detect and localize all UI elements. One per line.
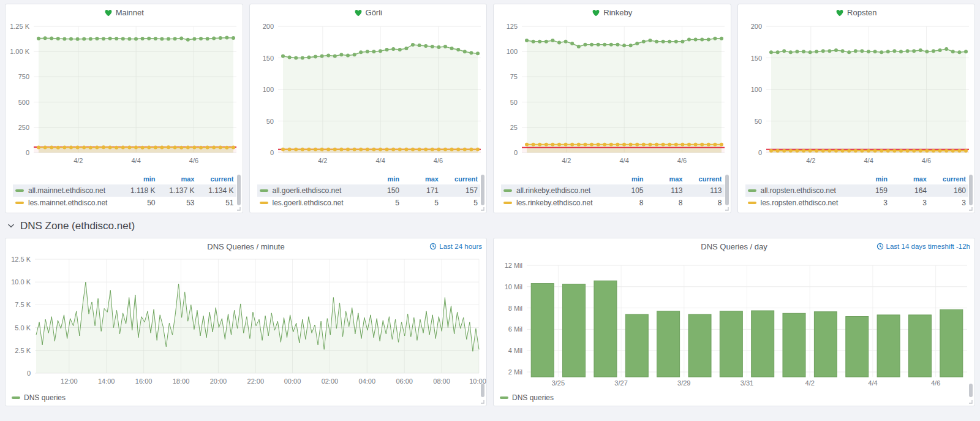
series-area [527, 39, 722, 153]
series-point [456, 148, 460, 151]
legend-row: all.goerli.ethdisco.net 150 171 157 [257, 184, 481, 197]
series-point [557, 40, 561, 44]
y-tick-label: 8 Mil [508, 305, 522, 312]
series-point [95, 37, 99, 40]
series-point [808, 50, 812, 54]
series-point [867, 149, 870, 153]
legend-dns-queries[interactable]: DNS queries [500, 393, 554, 402]
legend-header-max[interactable]: max [402, 175, 441, 183]
bar [657, 311, 680, 377]
section-title: DNS Zone (ethdisco.net) [20, 220, 135, 232]
series-point [938, 149, 941, 153]
series-point [417, 148, 421, 151]
panel-resize-handle[interactable] [478, 205, 485, 211]
panel-header[interactable]: Mainnet [6, 4, 243, 20]
series-point [232, 146, 235, 150]
bar [594, 281, 617, 377]
panel-scrollbar[interactable] [481, 384, 484, 397]
series-point [590, 143, 594, 146]
legend-series-toggle[interactable]: all.goerli.ethdisco.net [257, 186, 363, 195]
legend-header-current[interactable]: current [441, 175, 480, 183]
time-range-link[interactable]: Last 24 hours [429, 238, 482, 254]
legend-series-toggle[interactable]: les.mainnet.ethdisco.net [13, 199, 119, 207]
series-point [206, 146, 209, 150]
legend-series-toggle[interactable]: les.goerli.ethdisco.net [257, 199, 363, 207]
legend-scrollbar[interactable] [725, 175, 729, 205]
series-point [391, 148, 395, 151]
panel-resize-handle[interactable] [723, 205, 729, 211]
series-point [964, 149, 968, 153]
panel-header[interactable]: Görli [250, 4, 487, 20]
series-point [56, 37, 60, 40]
series-point [635, 42, 639, 45]
legend-header-current[interactable]: current [685, 175, 725, 183]
dns-queries-day-chart: 3/253/273/293/314/24/44/62 Mil4 Mil6 Mil… [494, 254, 974, 390]
legend-header-current[interactable]: current [197, 175, 236, 183]
panel-header[interactable]: Ropsten [738, 4, 975, 20]
panel-resize-handle[interactable] [478, 398, 485, 404]
legend-series-toggle[interactable]: les.ropsten.ethdisco.net [745, 199, 851, 207]
series-point [642, 143, 646, 146]
series-point [769, 149, 773, 153]
section-header-dns-zone[interactable]: DNS Zone (ethdisco.net) [5, 213, 975, 238]
series-point [287, 148, 291, 151]
series-point [700, 37, 704, 41]
series-point [443, 148, 447, 151]
panel-resize-handle[interactable] [235, 205, 241, 211]
series-point [346, 53, 350, 57]
series-area [771, 49, 966, 153]
series-point [225, 146, 228, 150]
series-point [108, 37, 112, 40]
y-tick-label: 10 Mil [505, 283, 522, 290]
legend-header-min[interactable]: min [607, 175, 646, 183]
series-point [141, 37, 145, 40]
legend-header-max[interactable]: max [646, 175, 685, 183]
bar [720, 311, 742, 377]
series-point [160, 146, 164, 150]
panel-resize-handle[interactable] [967, 205, 973, 211]
series-point [62, 146, 66, 150]
series-point [694, 37, 698, 41]
series-point [326, 148, 330, 151]
legend-header-row: min max current [257, 173, 481, 184]
panel-header[interactable]: DNS Queries / minute Last 24 hours [6, 238, 486, 254]
legend-scrollbar[interactable] [481, 175, 484, 205]
series-point [424, 148, 428, 151]
series-color-dash [503, 189, 512, 192]
series-point [82, 37, 86, 41]
series-point [443, 45, 447, 48]
series-point [782, 49, 786, 53]
series-point [121, 146, 125, 150]
time-range-link[interactable]: Last 14 days timeshift -12h [876, 238, 970, 254]
legend-series-toggle[interactable]: all.mainnet.ethdisco.net [13, 186, 119, 195]
legend-header-min[interactable]: min [851, 175, 890, 183]
legend-scrollbar[interactable] [969, 175, 973, 205]
y-tick-label: 200 [750, 23, 761, 30]
legend-series-toggle[interactable]: all.ropsten.ethdisco.net [745, 186, 851, 195]
panel-resize-handle[interactable] [967, 398, 973, 404]
legend-dns-queries[interactable]: DNS queries [12, 393, 66, 402]
series-point [43, 36, 47, 40]
series-point [662, 40, 665, 44]
legend-header-max[interactable]: max [158, 175, 197, 183]
panel-header[interactable]: DNS Queries / day Last 14 days timeshift… [494, 238, 974, 254]
legend-header-min[interactable]: min [119, 175, 158, 183]
legend-series-toggle[interactable]: all.rinkeby.ethdisco.net [501, 186, 607, 195]
series-point [352, 53, 356, 56]
series-point [899, 50, 903, 53]
panel-title: Görli [366, 8, 382, 17]
legend-scrollbar[interactable] [237, 175, 241, 205]
legend-series-toggle[interactable]: les.rinkeby.ethdisco.net [501, 199, 607, 207]
legend-header-min[interactable]: min [363, 175, 402, 183]
legend-header-current[interactable]: current [929, 175, 968, 183]
legend-row: les.goerli.ethdisco.net 5 5 5 [257, 197, 481, 209]
legend-min-value: 159 [851, 186, 890, 195]
series-point [411, 148, 415, 151]
panel-scrollbar[interactable] [969, 384, 973, 397]
series-point [932, 49, 935, 53]
legend-header-max[interactable]: max [890, 175, 929, 183]
health-heart-icon [354, 9, 363, 17]
y-tick-label: 100 [750, 86, 761, 93]
panel-header[interactable]: Rinkeby [494, 4, 731, 20]
series-point [219, 146, 222, 150]
